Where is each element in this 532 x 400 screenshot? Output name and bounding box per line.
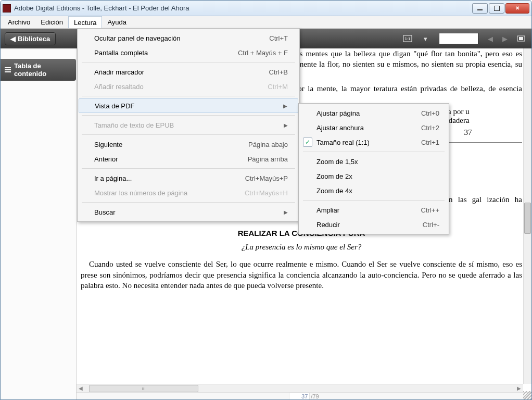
toc-tab[interactable]: Tabla de contenido (1, 59, 76, 81)
submenu-item[interactable]: ✓Tamaño real (1:1)Ctrl+1 (299, 135, 449, 149)
menu-item-shortcut: Ctrl+T (269, 34, 288, 42)
library-label: Biblioteca (18, 35, 50, 43)
menu-item: Mostrar los números de páginaCtrl+Mayús+… (78, 185, 299, 200)
menubar: Archivo Edición Lectura Ayuda (1, 16, 531, 29)
menu-item-label: Mostrar los números de página (94, 189, 245, 197)
pdf-view-submenu: Ajustar páginaCtrl+0Ajustar anchuraCtrl+… (298, 103, 449, 234)
menu-item-shortcut: Ctrl+Mayús+P (245, 174, 288, 182)
scroll-left-icon[interactable]: ◀ (77, 385, 85, 391)
menu-item[interactable]: AnteriorPágina arriba (78, 152, 299, 166)
submenu-item-label: Ajustar anchura (316, 124, 421, 132)
menu-edicion[interactable]: Edición (35, 16, 68, 28)
menu-item[interactable]: Vista de PDF▶ (79, 98, 298, 113)
svg-text:1:1: 1:1 (404, 36, 411, 41)
submenu-item-label: Zoom de 2x (316, 172, 439, 180)
total-pages: 79 (312, 393, 319, 399)
menu-item-shortcut: Ctrl + Mayús + F (238, 49, 288, 57)
menu-item-label: Añadir marcador (94, 68, 269, 76)
current-page-field[interactable]: 37 (289, 393, 310, 400)
menu-item-shortcut: Ctrl+M (268, 83, 288, 91)
menu-item-shortcut: Página arriba (248, 155, 288, 163)
toc-label: Tabla de contenido (14, 62, 72, 78)
submenu-item-label: Ajustar página (316, 109, 421, 117)
submenu-item[interactable]: Ajustar anchuraCtrl+2 (299, 120, 449, 135)
app-icon (3, 4, 11, 12)
next-page-button[interactable]: ▶ (500, 35, 510, 43)
submenu-item-shortcut: Ctrl++ (421, 206, 439, 214)
submenu-item[interactable]: ReducirCtrl+- (299, 217, 449, 232)
submenu-item-label: Reducir (316, 221, 423, 229)
lectura-dropdown: Ocultar panel de navegaciónCtrl+TPantall… (77, 28, 300, 222)
list-icon (5, 67, 11, 72)
submenu-item-shortcut: Ctrl+1 (421, 139, 439, 146)
menu-item-label: Buscar (94, 208, 280, 216)
svg-rect-3 (519, 37, 523, 40)
chevron-right-icon: ▶ (284, 209, 288, 215)
close-button[interactable] (505, 3, 529, 14)
menu-item: Tamaño de texto de EPUB▶ (78, 118, 299, 132)
menu-item[interactable]: Ocultar panel de navegaciónCtrl+T (78, 31, 299, 45)
menu-item-label: Tamaño de texto de EPUB (94, 121, 280, 129)
submenu-item[interactable]: Zoom de 1,5x (299, 154, 449, 169)
scroll-thumb[interactable] (524, 203, 531, 234)
titlebar: Adobe Digital Editions - Tolle, Eckhart … (1, 1, 531, 16)
chevron-right-icon: ▶ (284, 122, 288, 128)
vertical-scrollbar[interactable] (523, 48, 531, 384)
menu-item[interactable]: Pantalla completaCtrl + Mayús + F (78, 45, 299, 60)
menu-item-shortcut: Ctrl+B (269, 68, 288, 76)
menu-item-label: Ocultar panel de navegación (94, 34, 269, 42)
scroll-right-icon[interactable]: ▶ (515, 385, 523, 391)
chevron-right-icon: ▶ (283, 103, 287, 109)
navigation-panel: Tabla de contenido (1, 48, 77, 399)
horizontal-scrollbar[interactable]: ◀ ııı ▶ (77, 384, 523, 392)
menu-item[interactable]: Buscar▶ (78, 205, 299, 219)
submenu-item-label: Tamaño real (1:1) (316, 139, 421, 146)
menu-item-label: Pantalla completa (94, 49, 238, 57)
menu-lectura[interactable]: Lectura (68, 16, 102, 28)
submenu-item-shortcut: Ctrl+- (423, 221, 439, 229)
menu-item[interactable]: SiguientePágina abajo (78, 137, 299, 152)
menu-item-shortcut: Ctrl+Mayús+H (245, 189, 288, 197)
menu-archivo[interactable]: Archivo (3, 16, 35, 28)
window-title: Adobe Digital Editions - Tolle, Eckhart … (14, 4, 472, 12)
submenu-item-label: Ampliar (316, 206, 421, 214)
menu-item: Añadir resaltadoCtrl+M (78, 79, 299, 94)
submenu-item-shortcut: Ctrl+0 (421, 109, 439, 117)
fullscreen-icon[interactable] (515, 32, 527, 45)
maximize-button[interactable] (489, 3, 504, 14)
submenu-item[interactable]: Ajustar páginaCtrl+0 (299, 106, 449, 120)
check-icon: ✓ (303, 138, 312, 147)
actual-size-icon[interactable]: 1:1 (401, 32, 414, 45)
submenu-item[interactable]: AmpliarCtrl++ (299, 203, 449, 217)
submenu-item-label: Zoom de 1,5x (316, 158, 439, 166)
submenu-item[interactable]: Zoom de 2x (299, 169, 449, 183)
dropdown-icon[interactable]: ▾ (419, 32, 432, 45)
page-number-input[interactable] (439, 33, 478, 44)
menu-item[interactable]: Ir a página...Ctrl+Mayús+P (78, 171, 299, 185)
menu-item-label: Ir a página... (94, 174, 245, 182)
minimize-button[interactable] (472, 3, 488, 14)
submenu-item-label: Zoom de 4x (316, 187, 439, 195)
scroll-thumb[interactable]: ııı (89, 385, 198, 392)
triangle-left-icon: ◀ (10, 35, 16, 43)
menu-item-label: Siguiente (94, 141, 248, 148)
section-subheading: ¿La presencia es lo mismo que el Ser? (81, 243, 522, 252)
menu-item-label: Añadir resaltado (94, 83, 268, 91)
menu-item-shortcut: Página abajo (248, 141, 288, 148)
menu-item[interactable]: Añadir marcadorCtrl+B (78, 65, 299, 79)
body-text: Cuando usted se vuelve consciente del Se… (81, 259, 522, 291)
menu-ayuda[interactable]: Ayuda (102, 16, 132, 28)
menu-item-label: Vista de PDF (95, 102, 279, 110)
library-button[interactable]: ◀ Biblioteca (5, 32, 56, 45)
prev-page-button[interactable]: ◀ (486, 35, 495, 43)
resize-grip[interactable] (523, 391, 531, 399)
submenu-item[interactable]: Zoom de 4x (299, 183, 449, 198)
menu-item-label: Anterior (94, 155, 248, 163)
status-bar: 37 / 79 (77, 392, 531, 399)
submenu-item-shortcut: Ctrl+2 (421, 124, 439, 132)
